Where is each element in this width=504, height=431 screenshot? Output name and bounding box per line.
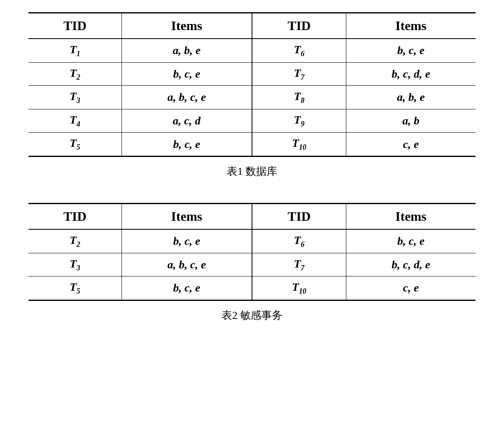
tid1-cell: T3 <box>28 86 122 109</box>
table1-caption: 表1 数据库 <box>28 164 476 178</box>
tid1-cell: T2 <box>28 229 122 253</box>
tid1-cell: T1 <box>28 39 122 62</box>
table2-col-items2: Items <box>346 203 476 229</box>
items1-cell: b, c, e <box>122 62 252 86</box>
table-row: T1 a, b, e T6 b, c, e <box>28 39 476 62</box>
table1-header-row: TID Items TID Items <box>28 13 476 39</box>
items1-cell: a, b, c, e <box>122 86 252 109</box>
table2-caption: 表2 敏感事务 <box>28 308 476 322</box>
table1-col-tid2: TID <box>252 13 346 39</box>
items2-cell: b, c, d, e <box>346 253 476 276</box>
table1: TID Items TID Items T1 a, b, e T6 b, c, … <box>28 12 476 157</box>
table-row: T3 a, b, c, e T7 b, c, d, e <box>28 253 476 276</box>
items1-cell: a, b, c, e <box>122 253 252 276</box>
items2-cell: c, e <box>346 276 476 300</box>
tid1-cell: T4 <box>28 109 122 133</box>
table-row: T3 a, b, c, e T8 a, b, e <box>28 86 476 109</box>
table2-col-tid2: TID <box>252 203 346 229</box>
table2-header-row: TID Items TID Items <box>28 203 476 229</box>
tid1-cell: T3 <box>28 253 122 276</box>
items2-cell: c, e <box>346 133 476 157</box>
table1-container: TID Items TID Items T1 a, b, e T6 b, c, … <box>28 12 476 195</box>
table1-col-items1: Items <box>122 13 252 39</box>
tid2-cell: T10 <box>252 133 346 157</box>
tid2-cell: T9 <box>252 109 346 133</box>
items2-cell: b, c, d, e <box>346 62 476 86</box>
table2-container: TID Items TID Items T2 b, c, e T6 b, c, … <box>28 203 476 339</box>
tid2-cell: T6 <box>252 229 346 253</box>
tid2-cell: T7 <box>252 62 346 86</box>
items2-cell: a, b, e <box>346 86 476 109</box>
table-row: T2 b, c, e T6 b, c, e <box>28 229 476 253</box>
table1-col-tid1: TID <box>28 13 122 39</box>
table2: TID Items TID Items T2 b, c, e T6 b, c, … <box>28 203 476 301</box>
items2-cell: a, b <box>346 109 476 133</box>
tid1-cell: T2 <box>28 62 122 86</box>
table1-col-items2: Items <box>346 13 476 39</box>
table-row: T4 a, c, d T9 a, b <box>28 109 476 133</box>
table2-col-tid1: TID <box>28 203 122 229</box>
table-row: T2 b, c, e T7 b, c, d, e <box>28 62 476 86</box>
tid1-cell: T5 <box>28 276 122 300</box>
tid2-cell: T8 <box>252 86 346 109</box>
tid2-cell: T7 <box>252 253 346 276</box>
items2-cell: b, c, e <box>346 39 476 62</box>
items1-cell: b, c, e <box>122 133 252 157</box>
tid2-cell: T6 <box>252 39 346 62</box>
tid2-cell: T10 <box>252 276 346 300</box>
items2-cell: b, c, e <box>346 229 476 253</box>
items1-cell: a, c, d <box>122 109 252 133</box>
items1-cell: a, b, e <box>122 39 252 62</box>
tid1-cell: T5 <box>28 133 122 157</box>
items1-cell: b, c, e <box>122 229 252 253</box>
table-row: T5 b, c, e T10 c, e <box>28 133 476 157</box>
table2-col-items1: Items <box>122 203 252 229</box>
items1-cell: b, c, e <box>122 276 252 300</box>
table-row: T5 b, c, e T10 c, e <box>28 276 476 300</box>
